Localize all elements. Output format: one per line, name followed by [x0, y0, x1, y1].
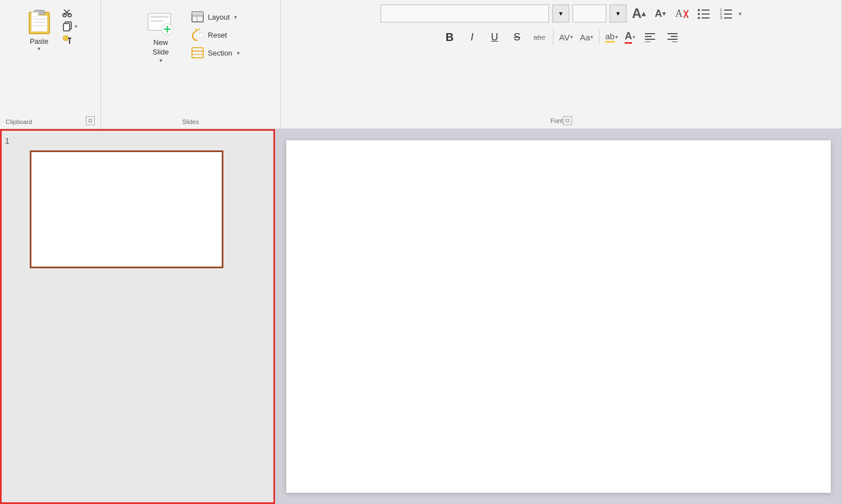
paste-chevron: ▾ — [38, 45, 40, 52]
italic-button[interactable]: I — [462, 27, 482, 47]
layout-label: Layout — [208, 13, 230, 21]
change-case-button[interactable]: Aa ▾ — [578, 31, 596, 43]
clipboard-section: Paste ▾ — [0, 0, 101, 129]
svg-rect-12 — [63, 24, 70, 31]
svg-rect-28 — [198, 34, 200, 35]
svg-point-35 — [698, 9, 700, 11]
svg-rect-29 — [192, 48, 203, 58]
font-section-label-row: Font ⊡ — [543, 114, 578, 129]
section-icon — [191, 47, 204, 59]
numbered-list-button[interactable]: 1. 2. 3. — [716, 4, 736, 22]
ab-label: ab — [605, 31, 615, 43]
svg-text:3.: 3. — [720, 15, 724, 20]
font-expand-button[interactable]: ⊡ — [563, 116, 572, 125]
svg-rect-17 — [150, 16, 168, 18]
new-slide-text: New Slide — [153, 38, 169, 57]
ribbon: Paste ▾ — [0, 0, 842, 129]
highlight-chevron: ▾ — [615, 34, 618, 40]
font-name-dropdown[interactable]: ▾ — [552, 4, 569, 22]
font-bottom-row: B I U S abc AV ▾ Aa ▾ ab ▾ — [433, 25, 689, 49]
reset-icon — [191, 29, 204, 41]
section-label: Section — [208, 49, 232, 57]
canvas-area[interactable] — [275, 129, 842, 504]
svg-rect-1 — [31, 16, 47, 31]
section-button[interactable]: Section ▾ — [187, 45, 242, 61]
small-clipboard-buttons: ▾ — [60, 7, 80, 46]
svg-rect-6 — [31, 12, 38, 17]
reset-button[interactable]: Reset — [187, 27, 242, 43]
slides-section: New Slide ▾ Lay — [101, 0, 281, 129]
av-label: AV — [559, 33, 570, 42]
font-name-box[interactable] — [381, 4, 549, 22]
slide-thumbnail[interactable] — [30, 150, 223, 268]
align-left-button[interactable] — [640, 27, 660, 47]
font-size-box[interactable] — [573, 4, 606, 22]
font-color-button[interactable]: A ▾ — [623, 29, 638, 45]
layout-chevron: ▾ — [234, 14, 237, 20]
slide-panel[interactable]: 1 — [0, 129, 275, 504]
align-buttons — [640, 27, 683, 47]
align-right-button[interactable] — [662, 27, 683, 47]
new-slide-chevron: ▾ — [159, 57, 162, 63]
font-top-row: ▾ ▾ A▴ A▾ A — [374, 0, 748, 25]
font-section: ▾ ▾ A▴ A▾ A — [281, 0, 842, 129]
font-size-dropdown[interactable]: ▾ — [610, 4, 626, 22]
slide-number: 1 — [5, 136, 10, 145]
underline-button[interactable]: U — [484, 27, 505, 47]
aa-chevron: ▾ — [591, 34, 593, 40]
format-painter-icon — [62, 35, 73, 45]
list-chevron: ▾ — [739, 11, 742, 17]
bullet-list-button[interactable] — [694, 4, 714, 22]
layout-icon — [191, 11, 204, 23]
new-slide-icon — [146, 9, 175, 38]
paste-icon — [26, 7, 53, 36]
character-spacing-button[interactable]: AV ▾ — [557, 31, 575, 43]
paste-button[interactable]: Paste ▾ — [21, 4, 57, 54]
separator-1 — [553, 29, 553, 45]
copy-icon — [62, 21, 73, 31]
font-label: Font — [550, 117, 562, 124]
svg-rect-23 — [192, 12, 203, 15]
clipboard-label: Clipboard — [6, 116, 32, 129]
clipboard-expand-button[interactable]: ⊡ — [86, 116, 95, 125]
copy-button[interactable]: ▾ — [60, 20, 80, 33]
font-size-increase-button[interactable]: A▴ — [630, 4, 648, 22]
svg-point-37 — [698, 13, 700, 15]
bold-button[interactable]: B — [440, 27, 460, 47]
clipboard-content: Paste ▾ — [21, 4, 80, 116]
separator-2 — [599, 29, 600, 45]
svg-point-39 — [698, 17, 700, 19]
section-chevron: ▾ — [237, 50, 240, 56]
main-area: 1 — [0, 129, 842, 504]
small-caps-button[interactable]: abc — [529, 27, 550, 47]
font-clear-button[interactable]: A — [672, 4, 690, 22]
layout-button[interactable]: Layout ▾ — [187, 9, 242, 25]
text-highlight-button[interactable]: ab ▾ — [603, 30, 620, 44]
slides-content: New Slide ▾ Lay — [138, 4, 242, 66]
strikethrough-button[interactable]: S — [507, 27, 527, 47]
aa-label: Aa — [580, 33, 590, 42]
slide-commands: Layout ▾ Reset — [187, 9, 242, 61]
font-color-chevron: ▾ — [633, 34, 635, 40]
copy-chevron: ▾ — [75, 24, 77, 29]
cut-icon — [62, 8, 73, 18]
reset-label: Reset — [208, 31, 227, 39]
slides-label: Slides — [182, 116, 199, 129]
svg-rect-27 — [198, 32, 202, 33]
cut-button[interactable] — [60, 7, 80, 19]
paste-label: Paste — [30, 37, 48, 45]
svg-text:A: A — [675, 8, 683, 19]
slide-canvas[interactable] — [286, 140, 831, 493]
font-size-decrease-button[interactable]: A▾ — [651, 4, 669, 22]
svg-rect-13 — [63, 36, 68, 40]
list-style-buttons: 1. 2. 3. ▾ — [694, 4, 742, 22]
new-slide-button[interactable]: New Slide ▾ — [138, 7, 183, 66]
svg-rect-18 — [150, 20, 164, 22]
format-painter-button[interactable] — [60, 34, 80, 46]
av-chevron: ▾ — [570, 34, 573, 40]
a-color-label: A — [625, 30, 632, 44]
